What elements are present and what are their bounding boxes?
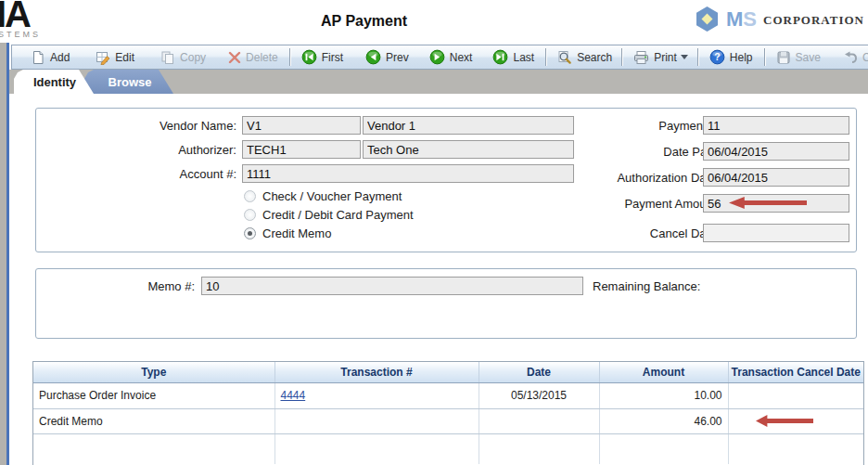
first-button[interactable]: First: [301, 49, 343, 65]
tab-identity[interactable]: Identity: [14, 70, 94, 94]
search-icon: [557, 50, 572, 65]
toolbar-separator: [545, 48, 547, 66]
cell-type: Credit Memo: [33, 408, 274, 433]
cell-transaction: 4444: [274, 382, 479, 408]
radio-check-voucher-label: Check / Voucher Payment: [262, 189, 402, 203]
print-dropdown-caret-icon[interactable]: [681, 55, 688, 59]
logo-text: IA: [0, 0, 41, 33]
memo-number-field[interactable]: [201, 277, 583, 295]
column-header-date[interactable]: Date: [479, 362, 599, 382]
brand-ms-text: MS: [726, 7, 757, 32]
undo-arrow-icon: [843, 51, 858, 64]
window-left-frame: [0, 43, 9, 465]
payment-number-field[interactable]: [703, 116, 849, 135]
radio-credit-debit-label: Credit / Debit Card Payment: [262, 208, 414, 222]
identity-tab-panel: Vendor Name: Authorizer: Account #: Chec…: [9, 94, 868, 465]
toolbar-separator: [764, 48, 766, 66]
tab-strip: Identity Browse: [9, 70, 868, 94]
table-empty-area: [33, 433, 863, 464]
svg-text:?: ?: [714, 51, 720, 62]
radio-credit-debit[interactable]: Credit / Debit Card Payment: [244, 208, 414, 222]
toolbar-separator: [621, 48, 623, 66]
print-button[interactable]: Print: [633, 50, 677, 65]
table-row: Credit Memo 46.00: [33, 408, 863, 433]
first-record-icon: [301, 49, 317, 65]
previous-record-icon: [365, 49, 381, 65]
vendor-name-label: Vendor Name:: [160, 119, 236, 133]
vendor-code-field[interactable]: [242, 116, 361, 135]
memo-number-label: Memo #:: [147, 279, 195, 293]
cell-date: [479, 408, 599, 433]
add-button[interactable]: Add: [31, 50, 70, 65]
authorizer-name-field[interactable]: [363, 140, 574, 159]
header: IA STEMS AP Payment MS CORPORATION: [0, 0, 868, 43]
memo-groupbox: Memo #: Remaining Balance:: [35, 268, 857, 339]
save-floppy-icon: [776, 50, 791, 65]
column-header-type[interactable]: Type: [33, 362, 274, 382]
authorizer-code-field[interactable]: [242, 140, 361, 159]
payment-details-groupbox: Vendor Name: Authorizer: Account #: Chec…: [35, 108, 857, 252]
account-number-field[interactable]: [242, 164, 574, 183]
radio-check-voucher-circle-icon: [244, 190, 256, 202]
radio-credit-memo-circle-icon: [244, 227, 256, 239]
copy-button[interactable]: Copy: [160, 50, 206, 65]
last-button[interactable]: Last: [492, 49, 534, 65]
remaining-balance-label: Remaining Balance:: [593, 279, 700, 293]
printer-icon: [633, 50, 649, 65]
toolbar: Add Edit Copy Delete: [11, 45, 868, 70]
delete-button[interactable]: Delete: [228, 51, 278, 64]
page-title: AP Payment: [321, 13, 407, 30]
last-record-icon: [492, 49, 508, 65]
cell-date: 05/13/2015: [479, 382, 599, 408]
delete-x-icon: [228, 51, 241, 64]
new-page-icon: [31, 50, 45, 65]
next-button[interactable]: Next: [429, 49, 473, 65]
brand-corporation-text: CORPORATION: [763, 13, 864, 28]
hexagon-logo-icon: [695, 6, 720, 32]
cell-amount: 46.00: [599, 408, 728, 433]
prev-button[interactable]: Prev: [365, 49, 409, 65]
radio-credit-memo[interactable]: Credit Memo: [244, 226, 331, 240]
column-header-transaction[interactable]: Transaction #: [274, 362, 479, 382]
transaction-link[interactable]: 4444: [281, 389, 306, 402]
account-number-label: Account #:: [180, 167, 236, 181]
brand-logo: MS CORPORATION: [695, 6, 864, 32]
column-header-amount[interactable]: Amount: [599, 362, 728, 382]
cell-transaction-cancel-date: [728, 382, 863, 408]
help-button[interactable]: ? Help: [709, 49, 753, 65]
authorizer-label: Authorizer:: [178, 143, 236, 157]
date-paid-field[interactable]: [703, 142, 849, 161]
search-button[interactable]: Search: [557, 50, 612, 65]
authorization-date-field[interactable]: [703, 168, 849, 187]
company-logo: IA STEMS: [0, 0, 41, 39]
tab-browse[interactable]: Browse: [84, 70, 173, 94]
next-record-icon: [429, 49, 445, 65]
cancel-date-field[interactable]: [703, 224, 849, 242]
column-header-transaction-cancel-date[interactable]: Transaction Cancel Date: [728, 362, 863, 382]
cell-type: Purchase Order Invoice: [33, 382, 274, 408]
cancel-button[interactable]: Cancel: [843, 51, 868, 64]
save-button[interactable]: Save: [776, 50, 821, 65]
table-header-row: Type Transaction # Date Amount Transacti…: [33, 362, 863, 382]
cell-amount: 10.00: [599, 382, 728, 408]
transactions-table: Type Transaction # Date Amount Transacti…: [32, 361, 864, 465]
table-row: Purchase Order Invoice 4444 05/13/2015 1…: [33, 382, 863, 408]
copy-pages-icon: [160, 50, 175, 65]
edit-button[interactable]: Edit: [96, 50, 134, 65]
toolbar-separator: [289, 48, 291, 66]
cell-transaction: [274, 408, 479, 433]
toolbar-separator: [697, 48, 699, 66]
radio-credit-memo-label: Credit Memo: [262, 226, 331, 240]
vendor-name-field[interactable]: [363, 116, 574, 135]
help-icon: ?: [709, 49, 725, 65]
radio-check-voucher[interactable]: Check / Voucher Payment: [244, 189, 402, 203]
radio-credit-debit-circle-icon: [244, 209, 256, 221]
edit-pencil-icon: [96, 50, 110, 65]
logo-subtext: STEMS: [0, 30, 41, 39]
app-window: IA STEMS AP Payment MS CORPORATION Add: [0, 0, 868, 465]
